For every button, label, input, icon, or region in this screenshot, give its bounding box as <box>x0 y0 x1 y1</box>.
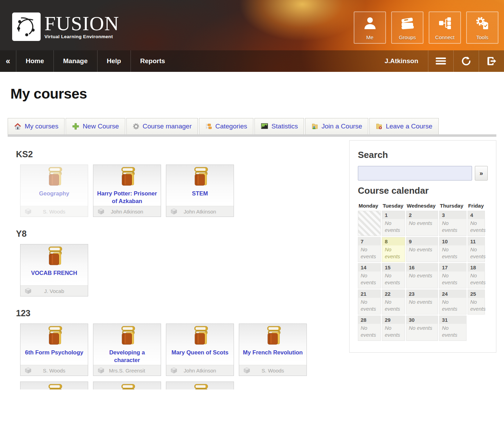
menu-button[interactable] <box>428 50 453 72</box>
calendar-day-header: Wednesday <box>406 203 438 210</box>
course-link[interactable]: VOCAB FRENCH <box>28 269 80 285</box>
calendar-day-cell[interactable]: 3 No events <box>439 211 466 236</box>
header-app-connect[interactable]: Connect <box>429 11 461 44</box>
fusion-atom-icon <box>12 12 41 41</box>
course-link[interactable]: 6th Form Psychology <box>22 349 86 365</box>
cube-icon <box>98 208 104 215</box>
calendar-day-cell[interactable]: 17 No events <box>439 263 466 288</box>
app-logo[interactable]: FUSION Virtual Learning Environment <box>12 12 119 41</box>
tab-underline <box>8 134 496 137</box>
plus-icon <box>72 123 79 130</box>
course-card[interactable]: Harry Potter: Prisoner of Azkaban John A… <box>93 165 161 217</box>
calendar-day-cell[interactable]: 31 No events <box>439 316 466 341</box>
search-input[interactable] <box>358 166 472 181</box>
calendar-day-cell[interactable]: 28 No events <box>358 316 381 341</box>
course-link[interactable]: Geography <box>36 190 72 206</box>
course-link[interactable]: Mary Queen of Scots <box>169 349 231 365</box>
header-app-me[interactable]: Me <box>354 11 386 44</box>
calendar-day-note: No events <box>358 324 380 341</box>
calendar-day-cell[interactable]: 11 No events <box>468 237 485 262</box>
calendar-day-cell[interactable]: 7 No events <box>358 237 381 262</box>
cube-icon <box>170 367 177 374</box>
tab-categories[interactable]: Categories <box>199 118 253 134</box>
collapse-nav-button[interactable]: « <box>0 50 16 72</box>
app-label: Connect <box>435 34 455 40</box>
tab-leave-a-course[interactable]: Leave a Course <box>369 118 438 134</box>
nav-item-home[interactable]: Home <box>16 50 53 72</box>
cube-icon <box>170 208 177 215</box>
course-link[interactable]: Harry Potter: Prisoner of Azkaban <box>93 190 161 206</box>
tab-statistics[interactable]: Statistics <box>254 118 304 134</box>
calendar-day-note: No events <box>468 219 485 236</box>
header-app-tools[interactable]: Tools <box>466 11 498 44</box>
course-calendar-table: MondayTuesdayWednesdayThursdayFriday 1 N… <box>357 202 486 342</box>
search-go-button[interactable]: » <box>475 166 488 181</box>
calendar-day-cell-today[interactable]: 8 No events <box>382 237 405 262</box>
calendar-day-cell[interactable]: 23 No events <box>406 290 438 315</box>
nav-item-reports[interactable]: Reports <box>131 50 175 72</box>
section-123: 123 6th Form Psychology S. Woods Develop… <box>8 308 348 376</box>
nav-item-help[interactable]: Help <box>97 50 131 72</box>
calendar-day-cell[interactable]: 21 No events <box>358 290 381 315</box>
calendar-day-cell[interactable]: 9 No events <box>406 237 438 262</box>
section-y8: Y8 VOCAB FRENCH J. Vocab <box>8 229 348 296</box>
tab-join-a-course[interactable]: Join a Course <box>305 118 368 134</box>
calendar-day-cell[interactable]: 18 No events <box>468 263 485 288</box>
refresh-button[interactable] <box>453 50 479 72</box>
calendar-blank-cell <box>468 316 485 341</box>
calendar-day-note: No events <box>382 298 404 315</box>
calendar-day-cell[interactable]: 29 No events <box>382 316 405 341</box>
app-label: Tools <box>476 34 488 40</box>
calendar-day-cell[interactable]: 1 No events <box>382 211 405 236</box>
calendar-day-note: No events <box>382 271 404 288</box>
course-link[interactable]: My French Revolution <box>240 349 305 365</box>
calendar-day-cell[interactable]: 4 No events <box>468 211 485 236</box>
course-card[interactable]: Mary Queen of Scots John Atkinson <box>166 324 234 376</box>
calendar-day-cell[interactable]: 30 No events <box>406 316 438 341</box>
calendar-day-cell[interactable]: 25 No events <box>468 290 485 315</box>
header-app-groups[interactable]: Groups <box>391 11 423 44</box>
course-card[interactable] <box>93 382 161 389</box>
course-card[interactable]: My French Revolution S. Woods <box>239 324 307 376</box>
course-card[interactable]: VOCAB FRENCH J. Vocab <box>20 244 88 296</box>
tab-bar: My courses New Course Course manager Cat… <box>8 118 496 134</box>
logout-button[interactable] <box>479 50 504 72</box>
cube-icon <box>25 367 32 374</box>
calendar-day-cell[interactable]: 16 No events <box>406 263 438 288</box>
course-card[interactable]: Developing a character Mrs.S. Greensit <box>93 324 161 376</box>
course-books-icon <box>45 326 64 346</box>
course-card[interactable] <box>20 382 88 389</box>
cube-icon <box>243 367 250 374</box>
course-link[interactable]: STEM <box>189 190 211 206</box>
calendar-day-cell[interactable]: 15 No events <box>382 263 405 288</box>
tab-course-manager[interactable]: Course manager <box>126 118 198 134</box>
calendar-day-number: 24 <box>439 290 466 298</box>
calendar-day-number: 4 <box>468 211 485 219</box>
course-card[interactable]: STEM John Atkinson <box>166 165 234 217</box>
calendar-day-cell[interactable]: 10 No events <box>439 237 466 262</box>
course-card[interactable]: Geography S. Woods <box>20 165 88 217</box>
nav-actions <box>428 50 504 72</box>
calendar-day-cell[interactable]: 14 No events <box>358 263 381 288</box>
course-card[interactable]: 6th Form Psychology S. Woods <box>20 324 88 376</box>
calendar-day-number: 3 <box>439 211 466 219</box>
app-label: Groups <box>399 34 416 40</box>
calendar-day-cell[interactable]: 2 No events <box>406 211 438 236</box>
current-user[interactable]: J.Atkinson <box>375 50 428 72</box>
search-heading: Search <box>358 150 488 160</box>
calendar-day-number: 16 <box>406 263 438 271</box>
course-card-footer: John Atkinson <box>93 206 161 217</box>
nav-item-manage[interactable]: Manage <box>53 50 97 72</box>
tab-my-courses[interactable]: My courses <box>8 118 65 134</box>
calendar-day-cell[interactable]: 22 No events <box>382 290 405 315</box>
calendar-day-number: 21 <box>358 290 380 298</box>
course-link[interactable]: Developing a character <box>93 349 161 365</box>
calendar-day-header: Friday <box>468 203 485 210</box>
calendar-day-cell[interactable]: 24 No events <box>439 290 466 315</box>
section-ks2: KS2 Geography S. Woods Harry Potter: Pri… <box>8 149 348 217</box>
app-masthead: FUSION Virtual Learning Environment Me G… <box>0 0 504 72</box>
tab-new-course[interactable]: New Course <box>66 118 125 134</box>
course-card[interactable] <box>166 382 234 389</box>
calendar-week-row: 28 No events 29 No events 30 No events 3… <box>358 316 485 341</box>
calendar-day-note: No events <box>382 324 404 341</box>
